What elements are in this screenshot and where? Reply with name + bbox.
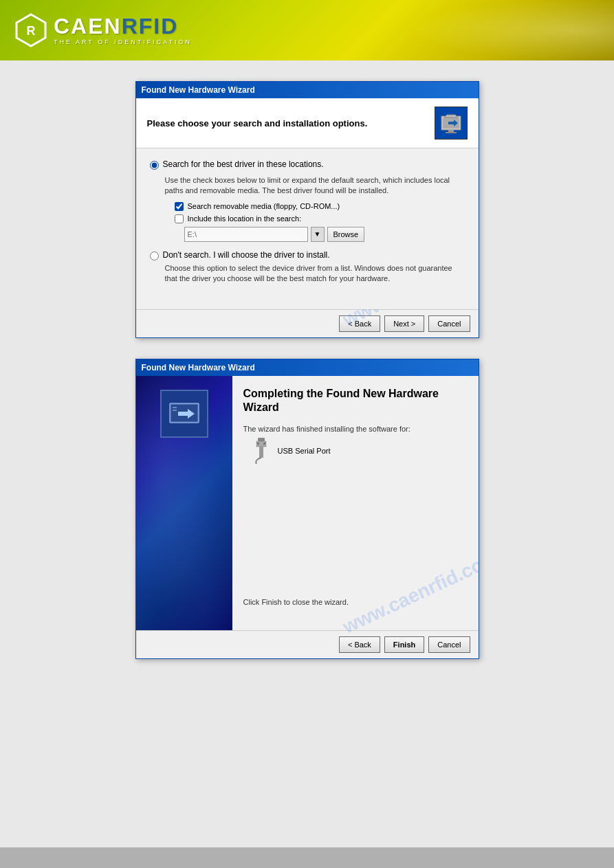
radio2-label: Don't search. I will choose the driver t… (163, 250, 330, 260)
wizard2-finish-text: Click Finish to close the wizard. (243, 598, 468, 606)
browse-button[interactable]: Browse (327, 227, 365, 242)
wizard1-content: Search for the best driver in these loca… (136, 148, 479, 309)
wizard1-back-button[interactable]: < Back (339, 315, 380, 332)
checkbox1-label: Search removable media (floppy, CD-ROM..… (188, 202, 340, 210)
wizard1-header: Please choose your search and installati… (136, 98, 479, 148)
radio2-input[interactable] (150, 252, 159, 260)
dropdown-arrow[interactable]: ▼ (311, 227, 325, 242)
completing-wizard-icon (167, 397, 201, 431)
wizard2-finish-button[interactable]: Finish (384, 636, 424, 653)
logo-rfid: RFID (122, 15, 179, 37)
svg-rect-19 (264, 443, 265, 444)
svg-rect-5 (448, 130, 454, 132)
logo-subtitle: THE ART OF IDENTIFICATION (54, 38, 192, 45)
radio1-description: Use the check boxes below to limit or ex… (165, 175, 465, 197)
wizard2-back-button[interactable]: < Back (339, 636, 380, 653)
wizard2-completing-title: Completing the Found New Hardware Wizard (243, 387, 468, 416)
wizard1-dialog: www.caenrfid.com Found New Hardware Wiza… (135, 81, 479, 338)
path-row: ▼ Browse (184, 227, 465, 242)
svg-text:R: R (27, 24, 36, 38)
footer-bar (0, 847, 614, 868)
path-input[interactable] (184, 227, 308, 242)
svg-rect-13 (258, 438, 265, 441)
checkbox1-row: Search removable media (floppy, CD-ROM..… (175, 202, 465, 211)
checkbox1-input[interactable] (175, 202, 184, 211)
wizard2-cancel-button[interactable]: Cancel (428, 636, 470, 653)
radio1-input[interactable] (150, 161, 159, 170)
wizard1-cancel-button[interactable]: Cancel (428, 315, 470, 332)
checkbox2-input[interactable] (175, 214, 184, 223)
logo-text: CAEN RFID THE ART OF IDENTIFICATION (54, 15, 192, 45)
svg-rect-15 (259, 447, 263, 458)
wizard1-header-text: Please choose your search and installati… (147, 118, 435, 129)
wizard2-sidebar (136, 376, 232, 630)
svg-rect-18 (257, 443, 259, 444)
usb-device-icon (250, 440, 272, 462)
wizard2-footer: < Back Finish Cancel (136, 630, 479, 658)
wizard1-icon (435, 107, 468, 140)
device-name: USB Serial Port (278, 447, 331, 455)
main-content: www.caenrfid.com Found New Hardware Wiza… (0, 60, 614, 847)
wizard2-body: Completing the Found New Hardware Wizard… (136, 376, 479, 630)
wizard1-titlebar: Found New Hardware Wizard (136, 82, 479, 98)
checkbox2-row: Include this location in the search: (175, 214, 465, 223)
wizard2-sidebar-icon (160, 390, 208, 438)
header: R CAEN RFID THE ART OF IDENTIFICATION (0, 0, 614, 60)
wizard2-title: Found New Hardware Wizard (142, 363, 255, 372)
device-row: USB Serial Port (250, 440, 468, 462)
usb-icon (251, 438, 272, 464)
svg-rect-6 (446, 132, 457, 133)
checkbox2-label: Include this location in the search: (188, 214, 302, 223)
wizard2-dialog: www.caenrfid.com Found New Hardware Wiza… (135, 359, 479, 659)
wizard1-footer: < Back Next > Cancel (136, 309, 479, 337)
caenrfid-logo-icon: R (14, 13, 48, 47)
radio2-description: Choose this option to select the device … (165, 263, 465, 285)
hardware-wizard-icon (439, 111, 463, 135)
radio1-label: Search for the best driver in these loca… (163, 159, 324, 169)
radio2-option: Don't search. I will choose the driver t… (150, 250, 465, 260)
wizard1-next-button[interactable]: Next > (384, 315, 424, 332)
radio1-option: Search for the best driver in these loca… (150, 159, 465, 170)
wizard2-titlebar: Found New Hardware Wizard (136, 359, 479, 376)
svg-marker-4 (444, 115, 458, 118)
svg-rect-11 (173, 407, 177, 408)
logo-caen: CAEN (54, 15, 122, 37)
wizard2-content: Completing the Found New Hardware Wizard… (232, 376, 479, 630)
wizard2-desc: The wizard has finished installing the s… (243, 425, 468, 433)
wizard1-title: Found New Hardware Wizard (142, 85, 255, 95)
logo-area: R CAEN RFID THE ART OF IDENTIFICATION (14, 13, 192, 47)
svg-rect-12 (173, 410, 177, 411)
